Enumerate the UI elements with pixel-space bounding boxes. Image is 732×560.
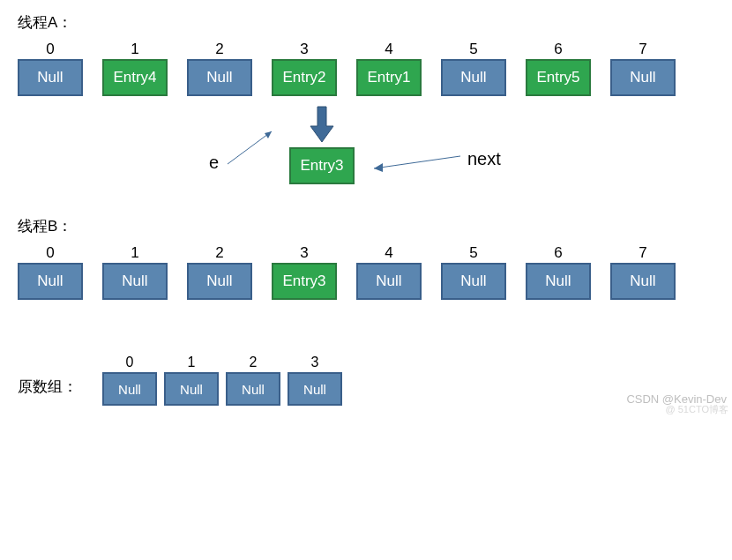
idx: 5 [469,243,477,263]
idx: 7 [639,40,646,59]
cell-a-2: 2Null [187,40,252,96]
cell: Null [187,59,252,96]
cell-o-2: 2Null [226,353,280,406]
cell-o-3: 3Null [288,353,342,406]
cell-a-3: 3Entry2 [272,40,337,96]
idx: 3 [311,353,319,372]
svg-line-2 [374,156,460,168]
cell: Null [102,372,157,406]
cell: Null [441,263,506,300]
idx: 0 [46,40,54,59]
cell-b-6: 6Null [526,243,591,300]
idx: 3 [300,40,308,59]
cell: Null [610,59,676,96]
cell-b-2: 2Null [187,243,252,300]
idx: 2 [215,243,223,263]
cell: Null [18,59,83,96]
cell: Null [18,263,83,300]
cell: Entry4 [102,59,168,96]
svg-marker-3 [374,163,383,172]
pointer-e-label: e [209,153,219,173]
cell-a-7: 7Null [610,40,676,96]
idx: 4 [385,40,392,59]
cell: Null [164,372,219,406]
idx: 7 [639,243,646,263]
cell: Null [610,263,676,300]
idx: 2 [215,40,223,59]
cell: Null [226,372,280,406]
cell: Entry3 [272,263,337,300]
thread-b-row: 0Null 1Null 2Null 3Entry3 4Null 5Null 6N… [18,243,714,300]
origin-cells: 0Null 1Null 2Null 3Null [102,353,342,406]
idx: 1 [188,353,196,372]
cell-o-0: 0Null [102,353,157,406]
cell: Null [356,263,422,300]
svg-marker-1 [265,131,272,138]
svg-line-0 [228,131,272,164]
idx: 5 [469,40,477,59]
cell: Entry2 [272,59,337,96]
cell: Entry5 [526,59,591,96]
thread-b-label: 线程B： [18,216,714,236]
origin-row: 原数组： 0Null 1Null 2Null 3Null [18,353,714,406]
thread-a-hanging-area: Entry3 e next [18,100,714,205]
cell-b-5: 5Null [441,243,506,300]
idx: 1 [131,40,138,59]
cell: Null [441,59,506,96]
idx: 2 [250,353,258,372]
cell: Null [187,263,252,300]
idx: 6 [554,40,562,59]
cell-a-6: 6Entry5 [526,40,591,96]
cell-a-1: 1Entry4 [102,40,168,96]
cell-b-0: 0Null [18,243,83,300]
pointer-next-arrow-icon [365,153,462,177]
cell: Null [526,263,591,300]
idx: 1 [131,243,138,263]
idx: 3 [300,243,308,263]
cell-b-1: 1Null [102,243,168,300]
cell-b-7: 7Null [610,243,676,300]
idx: 0 [46,243,54,263]
thread-a-row: 0Null 1Entry4 2Null 3Entry2 4Entry1 5Nul… [18,40,714,96]
cell-o-1: 1Null [164,353,219,406]
cell-a-5: 5Null [441,40,506,96]
pointer-next-label: next [467,149,501,169]
down-arrow-icon [309,105,335,144]
cell: Null [288,372,342,406]
cell-b-3: 3Entry3 [272,243,337,300]
pointer-e-arrow-icon [226,126,279,166]
idx: 0 [126,353,134,372]
cell-a-0: 0Null [18,40,83,96]
cell-b-4: 4Null [356,243,422,300]
cell: Null [102,263,168,300]
idx: 4 [385,243,392,263]
idx: 6 [554,243,562,263]
origin-label: 原数组： [18,377,78,397]
cell-a-4: 4Entry1 [356,40,422,96]
hanging-entry3: Entry3 [289,147,355,184]
watermark-51cto: @ 51CTO博客 [666,403,728,416]
cell: Entry1 [356,59,422,96]
thread-a-label: 线程A： [18,12,714,33]
